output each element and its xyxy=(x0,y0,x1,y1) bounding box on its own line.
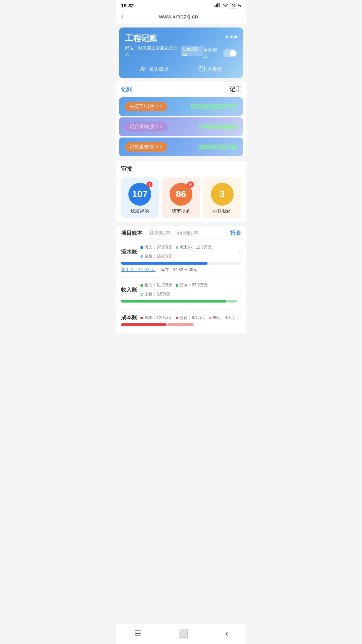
cashflow-balance: 余额：55.6万元 xyxy=(140,254,172,259)
approval-title: 审批 xyxy=(121,165,241,173)
svg-rect-7 xyxy=(199,67,204,71)
team-members-button[interactable]: 团队成员 xyxy=(140,66,169,73)
cost-title: 成本账 xyxy=(121,314,137,321)
cost-chevron: › xyxy=(239,314,241,321)
income-total: 收入：61.3万元 xyxy=(140,282,172,288)
approval-label-3: 抄送我的 xyxy=(213,208,232,214)
wifi-icon xyxy=(222,3,228,8)
cost-progress xyxy=(121,323,241,326)
work-card-3: 记数量/收发 > > 36000/28706 xyxy=(119,138,243,156)
cost-unpaid: 未付：4.3万元 xyxy=(209,315,239,321)
income-chevron: › xyxy=(239,286,241,293)
milestone-icon xyxy=(198,66,205,73)
browser-back-button[interactable]: ‹ xyxy=(121,12,123,21)
cost-paid-dot xyxy=(176,317,178,319)
work-record-button-3[interactable]: 记数量/收发 > > xyxy=(125,142,167,152)
outflow-dot xyxy=(176,246,178,249)
carousel-dots xyxy=(226,33,237,38)
income-unreceived-dot xyxy=(140,293,143,296)
account-tabs: 项目账本 我的账本 组的账本 报表 xyxy=(116,226,246,240)
approval-card-reviewing[interactable]: 86 14 我审批的 xyxy=(162,177,200,218)
income-unreceived: 未收：3.5万元 xyxy=(140,291,170,297)
bottom-nav: ☰ ⬜ ‹ xyxy=(116,624,246,644)
work-record-title: 记工 xyxy=(230,86,241,93)
approval-section: 审批 107 1 我发起的 86 14 我审批的 3 xyxy=(116,161,246,222)
cashflow-footer: 备用金：11.6万元 库存：440,278.00元 xyxy=(121,267,241,273)
quick-set-button[interactable]: 快速设置>> xyxy=(181,46,203,56)
svg-point-5 xyxy=(141,67,143,69)
main-content: 工程记账 岗位：财务兼主管兼总负责人 快速设置>> 专业模式 xyxy=(116,28,246,360)
approval-cards: 107 1 我发起的 86 14 我审批的 3 抄送我的 xyxy=(121,177,241,218)
approval-label-1: 我发起的 xyxy=(130,208,149,214)
cost-stats: 成本：12.4万元 已付：8.1万元 未付：4.3万元 xyxy=(140,315,239,321)
cashflow-chevron: › xyxy=(239,249,241,256)
cost-total: 成本：12.4万元 xyxy=(140,315,172,321)
cashflow-progress-bar xyxy=(121,262,207,265)
account-section: 项目账本 我的账本 组的账本 报表 流水账 流入：67.9万元 流出(-)：12… xyxy=(116,226,246,333)
nav-home-button[interactable]: ⬜ xyxy=(178,629,188,638)
browser-bar: ‹ www.xmpzkj.cn xyxy=(116,10,246,24)
work-record-button-1[interactable]: 去记工/计件 > > xyxy=(125,102,167,111)
income-received: 已收：57.9万元 xyxy=(176,282,207,288)
cost-paid: 已付：8.1万元 xyxy=(176,315,205,321)
pro-mode-row: 专业模式 xyxy=(203,47,237,59)
tab-project-book[interactable]: 项目账本 xyxy=(121,230,142,237)
approval-circle-3: 3 xyxy=(211,183,234,206)
work-card-1: 去记工/计件 > > 970973/927773 xyxy=(119,97,243,116)
nav-menu-button[interactable]: ☰ xyxy=(134,629,141,638)
cashflow-progress xyxy=(121,262,241,265)
svg-point-6 xyxy=(144,67,145,69)
work-card-value-1: 970973/927773 xyxy=(190,103,237,111)
work-card-value-2: 14400/49650 xyxy=(198,123,237,131)
cost-unpaid-dot xyxy=(209,317,212,319)
svg-rect-1 xyxy=(216,4,217,7)
cost-unpaid-bar xyxy=(167,323,194,326)
approval-circle-2: 86 14 xyxy=(170,183,192,206)
inflow-dot xyxy=(140,246,143,249)
report-button[interactable]: 报表 xyxy=(230,230,241,237)
income-unreceived-bar xyxy=(227,300,237,303)
approval-card-initiated[interactable]: 107 1 我发起的 xyxy=(121,177,159,218)
inventory-text: 库存：440,278.00元 xyxy=(161,267,197,273)
petty-cash-link[interactable]: 备用金：11.6万元 xyxy=(121,267,156,273)
milestone-button[interactable]: 大事记 xyxy=(198,66,222,73)
pro-mode-toggle[interactable] xyxy=(223,49,237,57)
dot-3 xyxy=(234,36,237,38)
status-right: 92 % xyxy=(215,3,241,8)
dot-2 xyxy=(230,36,233,38)
svg-rect-0 xyxy=(215,5,216,7)
income-received-bar xyxy=(121,300,227,303)
signal-icon xyxy=(215,3,221,8)
browser-url: www.xmpzkj.cn xyxy=(127,13,230,20)
cost-account-item[interactable]: 成本账 成本：12.4万元 已付：8.1万元 未付：4.3万元 › xyxy=(116,310,246,333)
income-title: 收入账 xyxy=(121,286,137,293)
svg-rect-3 xyxy=(219,3,220,7)
header-title: 工程记账 xyxy=(125,33,157,44)
cashflow-inflow: 流入：67.9万元 xyxy=(140,245,172,250)
cashflow-title: 流水账 xyxy=(121,249,137,256)
header-subtitle: 岗位：财务兼主管兼总负责人 快速设置>> xyxy=(125,45,203,57)
battery-icon: 92 % xyxy=(230,3,241,8)
tab-my-book[interactable]: 我的账本 xyxy=(149,230,171,237)
work-card-2: 记台班/租赁 > > 14400/49650 xyxy=(119,117,243,136)
header-actions: 团队成员 大事记 xyxy=(125,66,237,73)
cashflow-outflow: 流出(-)：12.3万元 xyxy=(176,245,212,250)
ledger-title: 记账 xyxy=(121,86,132,93)
work-card-value-3: 36000/28706 xyxy=(198,143,237,151)
income-stats: 收入：61.3万元 已收：57.9万元 未收：3.5万元 xyxy=(140,282,239,297)
income-account-item[interactable]: 收入账 收入：61.3万元 已收：57.9万元 未收：3.5万元 xyxy=(116,278,246,310)
cost-paid-bar xyxy=(121,323,167,326)
tab-group-book[interactable]: 组的账本 xyxy=(177,230,199,237)
ledger-section-header: 记账 记工 xyxy=(116,82,246,96)
cost-total-dot xyxy=(140,317,143,319)
nav-back-button[interactable]: ‹ xyxy=(225,628,228,639)
svg-rect-2 xyxy=(217,3,218,7)
cashflow-account-item[interactable]: 流水账 流入：67.9万元 流出(-)：12.3万元 余额：55.6万元 xyxy=(116,240,246,278)
team-icon xyxy=(140,66,146,73)
approval-circle-1: 107 1 xyxy=(128,183,151,206)
badge-2: 14 xyxy=(187,181,194,187)
status-time: 15:32 xyxy=(121,3,134,8)
approval-card-cc[interactable]: 3 抄送我的 xyxy=(203,177,241,218)
ledger-section: 记账 记工 去记工/计件 > > 970973/927773 记台班/租赁 > … xyxy=(116,82,246,156)
work-record-button-2[interactable]: 记台班/租赁 > > xyxy=(125,122,167,131)
